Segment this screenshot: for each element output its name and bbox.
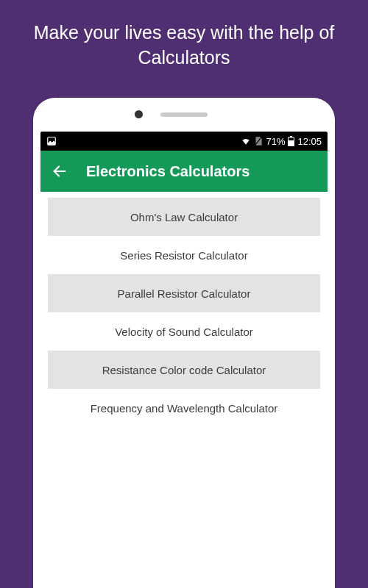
calculator-list: Ohm's Law Calculator Series Resistor Cal… [40,192,328,433]
list-item-label: Frequency and Wavelength Calculator [91,402,278,415]
list-item-label: Series Resistor Calculator [120,249,247,262]
speaker-icon [160,112,208,117]
image-icon [46,136,57,146]
battery-icon [288,136,294,146]
camera-icon [135,110,143,118]
back-arrow-icon[interactable] [51,162,68,180]
no-sim-icon [254,136,263,146]
phone-screen: 71% 12:05 Electronics Calculators Ohm's … [40,132,328,433]
battery-percentage: 71% [266,136,285,147]
status-bar-left [46,136,57,146]
app-bar-title: Electronics Calculators [86,163,250,180]
list-item[interactable]: Parallel Resistor Calculator [48,274,320,312]
wifi-icon [241,136,251,146]
list-item-label: Velocity of Sound Calculator [115,326,253,338]
list-item[interactable]: Ohm's Law Calculator [48,198,320,236]
list-item-label: Ohm's Law Calculator [130,211,238,223]
list-item[interactable]: Frequency and Wavelength Calculator [48,389,320,427]
svg-rect-3 [290,136,292,137]
list-item[interactable]: Series Resistor Calculator [48,236,320,274]
list-item[interactable]: Velocity of Sound Calculator [48,312,320,351]
phone-hardware-top [40,105,328,124]
list-item[interactable]: Resistance Color code Calculator [48,351,320,389]
list-item-label: Parallel Resistor Calculator [118,287,251,300]
promo-headline: Make your lives easy with the help of Ca… [0,0,368,85]
list-item-label: Resistance Color code Calculator [102,364,266,376]
svg-rect-4 [289,138,294,141]
app-bar: Electronics Calculators [40,151,328,192]
status-bar-right: 71% 12:05 [241,136,322,147]
status-time: 12:05 [297,136,322,147]
phone-frame: 71% 12:05 Electronics Calculators Ohm's … [33,98,335,588]
status-bar: 71% 12:05 [40,132,328,151]
